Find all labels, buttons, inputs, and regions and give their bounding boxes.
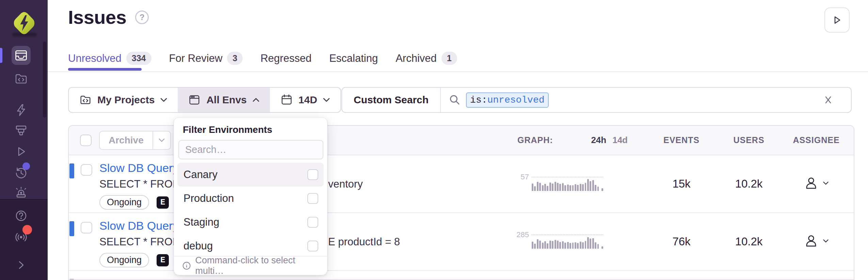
dropdown-title: Filter Environments — [174, 118, 327, 139]
dropdown-footer-hint: Command-click to select multi… — [174, 256, 327, 275]
select-all-checkbox[interactable] — [80, 135, 92, 146]
active-tab-indicator — [68, 68, 142, 71]
tab-badge: 1 — [441, 52, 457, 65]
status-badge: Ongoing — [99, 253, 149, 267]
tabs-divider — [48, 71, 868, 72]
projects-icon — [14, 72, 28, 86]
sidebar-item-projects[interactable] — [12, 69, 31, 88]
option-checkbox[interactable] — [307, 169, 318, 180]
sidebar — [0, 0, 48, 280]
option-checkbox[interactable] — [307, 241, 318, 251]
whats-new-badge-dot — [22, 225, 32, 234]
info-icon — [182, 261, 191, 270]
status-badge: Ongoing — [99, 195, 149, 210]
close-icon — [823, 95, 833, 105]
assignee-column-header: ASSIGNEE — [782, 135, 850, 145]
env-option-staging[interactable]: Staging — [177, 210, 324, 234]
sparkline-max-label: 285 — [513, 230, 529, 239]
env-option-debug[interactable]: debug — [177, 234, 324, 258]
users-column-header: USERS — [716, 135, 782, 145]
issue-title-link[interactable]: Slow DB Query — [99, 219, 569, 232]
sidebar-item-insights[interactable] — [12, 121, 31, 140]
assignee-selector[interactable] — [804, 176, 829, 191]
search-token-is-unresolved[interactable]: is:unresolved — [466, 92, 548, 108]
chevron-down-icon — [823, 181, 829, 185]
chevron-right-icon — [15, 259, 27, 271]
graph-range-14d[interactable]: 14d — [612, 135, 628, 145]
search-icon — [449, 94, 461, 106]
option-checkbox[interactable] — [307, 217, 318, 228]
row-checkbox[interactable] — [81, 222, 92, 233]
lightning-icon — [14, 103, 28, 117]
funnel-stack-icon — [14, 124, 28, 137]
tab-badge: 334 — [126, 52, 151, 65]
chevron-down-icon — [160, 98, 167, 102]
env-option-canary[interactable]: Canary — [177, 163, 324, 187]
clear-search-button[interactable] — [823, 95, 833, 105]
archive-split-button: Archive — [99, 131, 171, 150]
issue-tabs: Unresolved 334 For Review 3 Regressed Es… — [68, 52, 457, 65]
sidebar-scrollbar[interactable] — [43, 41, 46, 118]
unread-indicator — [69, 221, 74, 236]
chevron-up-icon — [252, 98, 260, 102]
tab-badge: 3 — [227, 52, 243, 65]
app-logo-icon[interactable] — [14, 12, 35, 35]
project-platform-icon: E — [157, 196, 169, 209]
tab-for-review[interactable]: For Review 3 — [169, 52, 243, 65]
page-filter-bar: My Projects All Envs 14D — [68, 87, 341, 113]
environment-options: Canary Production Staging debug — [174, 163, 327, 258]
tab-archived[interactable]: Archived 1 — [396, 52, 457, 65]
sidebar-item-issues[interactable] — [12, 46, 31, 65]
unread-indicator — [69, 163, 74, 178]
events-column-header: EVENTS — [647, 135, 716, 145]
archive-dropdown-button[interactable] — [152, 132, 170, 149]
window-icon — [188, 93, 201, 106]
folder-code-icon — [79, 93, 92, 106]
sidebar-collapse-toggle[interactable] — [12, 256, 31, 275]
help-icon — [14, 209, 28, 223]
sidebar-item-whats-new[interactable] — [12, 227, 31, 246]
history-badge-dot — [22, 162, 30, 170]
sidebar-item-performance[interactable] — [12, 101, 31, 120]
chevron-down-icon — [158, 138, 165, 142]
search-input-area[interactable]: is:unresolved — [441, 92, 851, 108]
sidebar-item-replays[interactable] — [12, 142, 31, 161]
active-nav-indicator — [0, 48, 2, 63]
option-checkbox[interactable] — [307, 193, 318, 204]
assignee-selector[interactable] — [804, 233, 829, 248]
env-option-production[interactable]: Production — [177, 187, 324, 210]
play-outline-icon — [832, 15, 842, 25]
environment-dropdown: Filter Environments Canary Production St… — [174, 117, 327, 275]
events-count: 76k — [647, 235, 716, 248]
replay-tour-button[interactable] — [824, 7, 850, 33]
sidebar-item-history[interactable] — [12, 163, 31, 182]
project-platform-icon: E — [157, 254, 169, 266]
chevron-down-icon — [823, 239, 829, 243]
issue-title-link[interactable]: Slow DB Query — [99, 161, 569, 175]
graph-range-24h[interactable]: 24h — [591, 135, 606, 145]
play-icon — [14, 145, 28, 158]
tab-unresolved[interactable]: Unresolved 334 — [68, 52, 151, 65]
archive-button[interactable]: Archive — [100, 132, 152, 149]
users-count: 10.2k — [716, 177, 782, 190]
chevron-down-icon — [323, 98, 330, 102]
date-range-filter-button[interactable]: 14D — [270, 88, 340, 112]
sidebar-item-help[interactable] — [12, 206, 31, 225]
environment-search-input[interactable] — [178, 140, 323, 159]
issue-culprit: SELECT * FROM p ventory — [99, 178, 569, 190]
environment-filter-button[interactable]: All Envs — [178, 88, 270, 112]
project-filter-button[interactable]: My Projects — [69, 88, 178, 112]
row-checkbox[interactable] — [81, 164, 92, 176]
tab-escalating[interactable]: Escalating — [329, 52, 378, 65]
user-icon — [804, 233, 819, 248]
sparkline-max-label: 57 — [513, 173, 529, 181]
tab-regressed[interactable]: Regressed — [260, 52, 311, 65]
issue-culprit: SELECT * FROM re E productId = 8 — [99, 236, 569, 248]
custom-search-button[interactable]: Custom Search — [342, 94, 440, 106]
issue-search-bar: Custom Search is:unresolved — [341, 87, 852, 113]
siren-icon — [14, 186, 28, 200]
main-content: Issues ? Unresolved 334 For Review 3 Reg… — [48, 0, 868, 280]
page-help-icon[interactable]: ? — [135, 11, 149, 24]
page-title: Issues — [68, 6, 126, 28]
events-count: 15k — [647, 177, 716, 190]
